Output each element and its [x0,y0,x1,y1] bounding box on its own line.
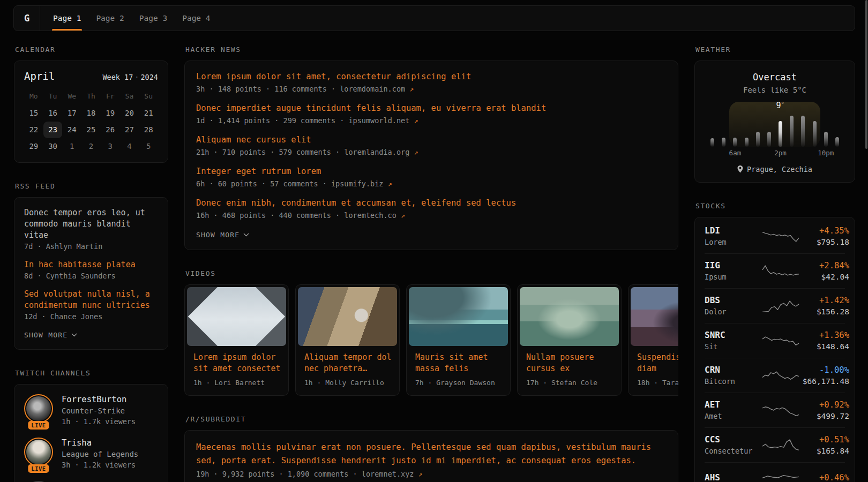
scrollbar-thumb[interactable] [865,0,867,149]
stock-row: CCSConsectetur+0.51%$165.84 [705,427,845,462]
hn-meta-text: 21h · 710 points · 579 comments · [196,148,344,156]
video-title[interactable]: diam [637,363,678,374]
rss-item: Sed volutpat nulla nisl, a condimentum n… [24,289,158,321]
subreddit-domain-link[interactable]: loremnet.xyz [362,470,414,478]
tab-page-3[interactable]: Page 3 [132,6,175,31]
twitch-channel-name[interactable]: ForrestBurton [62,394,136,405]
calendar-separator: · [133,73,140,81]
twitch-section-title: TWITCH CHANNELS [15,369,168,377]
video-title[interactable]: massa felis [415,363,502,374]
video-title[interactable]: Mauris sit amet [415,352,502,363]
app-logo[interactable]: G [14,6,40,31]
location-pin-icon [737,165,743,173]
stock-price: $42.04 [800,273,849,281]
calendar-day: 26 [101,122,120,138]
page-scrollbar [865,0,867,482]
stock-symbol: DBS [705,295,761,306]
hn-meta-text: 16h · 468 points · 440 comments · [196,211,344,220]
weather-feels-like: Feels like 5°C [704,86,845,94]
live-badge: LIVE [28,421,49,430]
video-card[interactable]: Suspendisse diam 18h · Tara [628,284,678,396]
hn-item-domain-link[interactable]: loremlandia.org [344,148,409,156]
day-header: Tu [43,91,63,105]
stock-symbol: AHS [705,472,761,482]
hn-show-more-button[interactable]: SHOW MORE [196,231,249,239]
video-thumbnail[interactable] [298,287,397,346]
weather-bar [801,116,805,147]
stock-sparkline [761,469,800,482]
video-thumbnail[interactable] [409,287,508,346]
twitch-channel-row[interactable]: LIVE ForrestBurton Counter-Strike 1h · 1… [24,394,158,426]
tab-page-4[interactable]: Page 4 [175,6,218,31]
weather-bar [710,138,714,147]
rss-section-title: RSS FEED [15,182,168,190]
video-title[interactable]: Nullam posuere [526,352,612,363]
rss-show-more-button[interactable]: SHOW MORE [24,331,77,339]
videos-widget: VIDEOS Lorem ipsum dolor sit amet consec… [184,269,678,396]
calendar-day: 22 [24,122,43,138]
subreddit-section-title: /R/SUBREDDIT [185,415,678,423]
calendar-day-selected: 23 [43,122,63,138]
hn-item-meta: 3h · 148 points · 116 comments · loremdo… [196,85,667,93]
hn-meta-text: 3h · 148 points · 116 comments · [196,85,340,93]
tab-page-1[interactable]: Page 1 [46,6,88,31]
twitch-channel-name[interactable]: Trisha [62,438,138,448]
calendar-day: 27 [120,122,139,138]
video-title[interactable]: nec pharetra… [304,363,391,374]
video-title[interactable]: sit amet consectetu… [193,363,280,374]
hn-item-title[interactable]: Donec enim nibh, condimentum et accumsan… [196,198,667,209]
rss-item-title[interactable]: Donec tempor eros leo, ut commodo mauris… [24,207,158,241]
stock-price: $795.18 [800,238,849,246]
hn-item-title[interactable]: Aliquam nec cursus elit [196,134,667,146]
rss-item: Donec tempor eros leo, ut commodo mauris… [24,207,158,251]
stock-change: +4.35% [800,225,849,236]
video-title[interactable]: Suspendisse [637,352,678,363]
hn-meta-text: 1d · 1,414 points · 299 comments · [196,116,348,125]
stock-change: +1.42% [800,295,849,306]
hn-item: Integer eget rutrum lorem 6h · 60 points… [196,166,667,188]
hn-item-domain-link[interactable]: ipsumworld.net [348,116,409,125]
calendar-day-next-month: 2 [81,138,101,155]
hn-item-title[interactable]: Lorem ipsum dolor sit amet, consectetur … [196,71,667,82]
video-card[interactable]: Lorem ipsum dolor sit amet consectetu… 1… [184,284,289,396]
video-thumbnail[interactable] [187,287,286,346]
hn-item-title[interactable]: Integer eget rutrum lorem [196,166,667,177]
current-temp-value: 9 [776,101,781,110]
tab-page-2[interactable]: Page 2 [88,6,131,31]
twitch-channel-meta: 3h · 1.2k viewers [62,461,138,469]
hn-item-domain-link[interactable]: ipsumify.biz [331,179,384,188]
subreddit-post-title[interactable]: Maecenas mollis pulvinar erat non posuer… [196,441,667,468]
weather-bar [756,132,760,147]
stock-price: $499.72 [800,412,849,420]
video-title[interactable]: Lorem ipsum dolor [193,352,280,363]
calendar-day: 18 [81,105,101,122]
rss-item-meta: 12d · Chance Jones [24,312,158,321]
video-title[interactable]: Aliquam tempor dolor [304,352,391,363]
hn-item-domain-link[interactable]: loremdomain.com [340,85,405,93]
page-tabs: Page 1 Page 2 Page 3 Page 4 [46,6,218,31]
video-title[interactable]: cursus ex [526,363,612,374]
hn-meta-text: 6h · 60 points · 57 comments · [196,179,331,188]
rss-item-title[interactable]: In hac habitasse platea [24,259,158,270]
twitch-channel-game: League of Legends [62,449,138,460]
video-thumbnail[interactable] [520,287,619,346]
video-card[interactable]: Mauris sit amet massa felis 7h · Grayson… [406,284,511,396]
video-card[interactable]: Nullam posuere cursus ex 17h · Stefan Co… [517,284,622,396]
video-thumbnail[interactable] [631,287,678,346]
external-link-icon: ↗ [418,470,423,478]
hn-item-domain-link[interactable]: loremtech.co [344,211,396,220]
rss-item-title[interactable]: Sed volutpat nulla nisl, a condimentum n… [24,289,158,311]
current-temp-label: 9° [776,101,785,110]
day-header: Mo [24,91,43,105]
calendar-day: 30 [43,138,63,155]
weather-bar [790,116,794,147]
stock-change: -1.00% [800,365,849,375]
hn-item-title[interactable]: Donec imperdiet augue tincidunt felis al… [196,103,667,114]
weather-bar-slot [707,138,718,147]
show-more-label: SHOW MORE [196,231,240,239]
external-link-icon: ↗ [401,212,405,220]
weather-location-row: Prague, Czechia [704,165,845,174]
video-card[interactable]: Aliquam tempor dolor nec pharetra… 1h · … [295,284,400,396]
stock-sparkline [761,228,800,245]
twitch-channel-row[interactable]: LIVE Trisha League of Legends 3h · 1.2k … [24,438,158,469]
